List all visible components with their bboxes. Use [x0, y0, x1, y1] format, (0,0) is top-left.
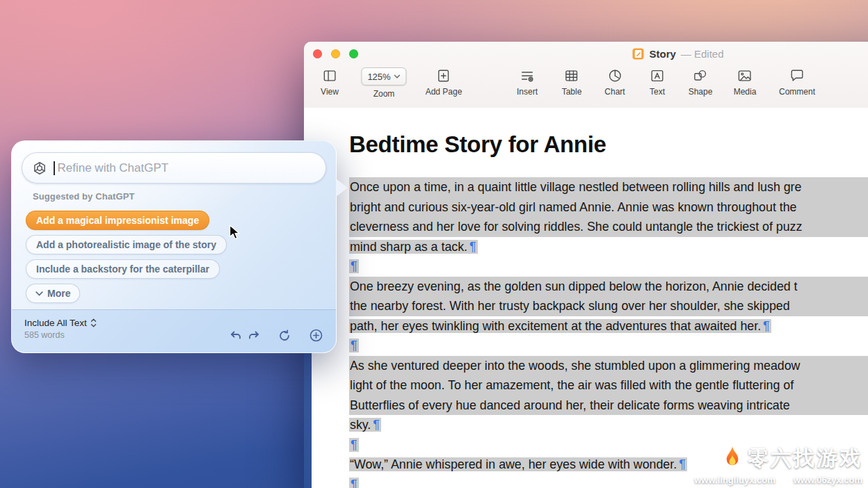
panel-footer: Include All Text 585 words: [12, 309, 336, 352]
document-line[interactable]: mind sharp as a tack.¶: [349, 237, 868, 257]
toolbar-item-insert[interactable]: Insert: [517, 67, 538, 97]
watermark-url-2: www.06zyx.com: [794, 475, 862, 485]
chatgpt-input[interactable]: Refine with ChatGPT: [22, 152, 326, 184]
document-line[interactable]: the nearby forest. With her trusty backp…: [349, 296, 868, 316]
chevron-down-icon: [35, 291, 43, 296]
document-text: light of the moon. To her amazement, the…: [349, 378, 794, 392]
pilcrow-mark: ¶: [677, 457, 687, 471]
toolbar: View125%ZoomAdd PageInsertTableChartText…: [304, 42, 868, 108]
add-button[interactable]: [309, 328, 323, 343]
document-text: As she ventured deeper into the woods, s…: [349, 359, 801, 373]
pilcrow-mark: ¶: [468, 240, 478, 254]
text-caret: [54, 161, 55, 175]
document-text: bright and curious six-year-old girl nam…: [349, 200, 797, 214]
toolbar-item-media[interactable]: Media: [734, 67, 757, 97]
refresh-icon: [278, 329, 291, 343]
document-line[interactable]: Butterflies of every hue danced around h…: [349, 396, 868, 416]
document-area[interactable]: Bedtime Story for Annie Once upon a time…: [304, 108, 868, 488]
pilcrow-mark: ¶: [349, 339, 359, 352]
pages-window: Story — Edited View125%ZoomAdd PageInser…: [304, 42, 868, 488]
document-body: Once upon a time, in a quaint little vil…: [349, 177, 868, 488]
toolbar-item-table[interactable]: Table: [562, 67, 582, 97]
pilcrow-mark: ¶: [349, 438, 359, 452]
watermark-urls: www.lingliuyx.com www.06zyx.com: [694, 475, 862, 485]
watermark: 零六找游戏 www.lingliuyx.com www.06zyx.com: [694, 444, 862, 485]
document-line[interactable]: cleverness and her love for solving ridd…: [349, 217, 868, 237]
pilcrow-mark: ¶: [371, 418, 381, 432]
zoom-dropdown[interactable]: 125%: [361, 67, 406, 86]
document-text: mind sharp as a tack.: [349, 240, 468, 254]
document-text: Butterflies of every hue danced around h…: [349, 398, 791, 412]
chevron-down-icon: [394, 74, 401, 79]
insert-icon: [520, 67, 535, 83]
mouse-cursor: [229, 225, 242, 243]
watermark-divider: [712, 447, 714, 471]
document-line[interactable]: As she ventured deeper into the woods, s…: [349, 356, 868, 376]
document-line[interactable]: ¶: [349, 336, 868, 356]
toolbar-item-chart[interactable]: Chart: [604, 67, 625, 97]
toolbar-label: Shape: [689, 87, 713, 97]
regenerate-button[interactable]: [278, 329, 291, 343]
document-text: the nearby forest. With her trusty backp…: [349, 299, 791, 313]
toolbar-item-add-page[interactable]: Add Page: [426, 67, 463, 97]
plus-circle-icon: [309, 328, 323, 343]
suggested-by-label: Suggested by ChatGPT: [33, 191, 134, 202]
more-label: More: [47, 288, 70, 299]
watermark-url-1: www.lingliuyx.com: [694, 475, 775, 485]
popover-arrow: [336, 179, 348, 197]
toolbar-item-shape[interactable]: Shape: [689, 67, 713, 97]
footer-icons: [229, 328, 323, 343]
document-line[interactable]: light of the moon. To her amazement, the…: [349, 375, 868, 396]
text-icon: [650, 67, 665, 83]
up-down-chevrons-icon: [90, 318, 97, 327]
document-text: One breezy evening, as the golden sun di…: [349, 279, 798, 293]
document-text: path, her eyes twinkling with excitement…: [349, 319, 762, 333]
document-line[interactable]: path, her eyes twinkling with excitement…: [349, 316, 868, 336]
pilcrow-mark: ¶: [349, 478, 359, 488]
chatgpt-input-placeholder: Refine with ChatGPT: [58, 161, 169, 175]
window-header: Story — Edited View125%ZoomAdd PageInser…: [304, 42, 868, 108]
suggestion-pill[interactable]: Add a photorealistic image of the story: [26, 235, 227, 254]
more-button[interactable]: More: [26, 284, 80, 303]
suggestion-pill[interactable]: Include a backstory for the caterpillar: [26, 259, 220, 279]
document-text: “Wow,” Annie whispered in awe, her eyes …: [349, 457, 677, 471]
chatgpt-panel: Refine with ChatGPT Suggested by ChatGPT…: [11, 140, 337, 353]
toolbar-item-zoom[interactable]: 125%Zoom: [361, 67, 406, 99]
document-line[interactable]: sky.¶: [349, 415, 868, 435]
document-text: cleverness and her love for solving ridd…: [349, 220, 803, 234]
view-icon: [322, 67, 337, 83]
toolbar-label: Text: [650, 87, 665, 97]
toolbar-item-text[interactable]: Text: [650, 67, 665, 97]
watermark-title: 零六找游戏: [748, 444, 862, 473]
include-all-text-control[interactable]: Include All Text 585 words: [24, 318, 97, 340]
pilcrow-mark: ¶: [762, 319, 771, 333]
pilcrow-mark: ¶: [349, 259, 359, 273]
desktop: Story — Edited View125%ZoomAdd PageInser…: [0, 0, 868, 488]
document-line[interactable]: One breezy evening, as the golden sun di…: [349, 277, 868, 297]
toolbar-label: Add Page: [426, 87, 463, 97]
document-line[interactable]: bright and curious six-year-old girl nam…: [349, 197, 868, 218]
toolbar-item-view[interactable]: View: [321, 67, 339, 97]
undo-button[interactable]: [229, 329, 243, 343]
toolbar-item-comment[interactable]: Comment: [779, 67, 815, 97]
shape-icon: [693, 67, 708, 83]
document-text: sky.: [349, 418, 371, 432]
openai-logo-icon: [32, 161, 47, 176]
suggestion-pill[interactable]: Add a magical impressionist image: [26, 211, 209, 230]
add-page-icon: [436, 67, 451, 83]
comment-icon: [789, 67, 805, 83]
document-line[interactable]: Once upon a time, in a quaint little vil…: [349, 177, 868, 197]
toolbar-label: Zoom: [373, 89, 395, 99]
redo-button[interactable]: [247, 329, 261, 343]
chart-icon: [607, 67, 622, 83]
document-title: Bedtime Story for Annie: [349, 131, 868, 158]
toolbar-label: Comment: [779, 87, 815, 97]
include-all-text-label: Include All Text: [24, 318, 87, 328]
document-line[interactable]: ¶: [349, 257, 868, 277]
suggestion-list: Add a magical impressionist imageAdd a p…: [26, 211, 227, 279]
word-count: 585 words: [24, 330, 97, 340]
toolbar-label: Insert: [517, 87, 538, 97]
redo-icon: [247, 329, 261, 343]
undo-icon: [229, 329, 243, 343]
toolbar-label: Chart: [604, 87, 625, 97]
